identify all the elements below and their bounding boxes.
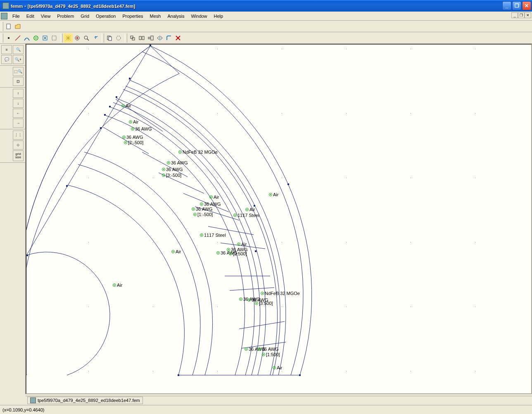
- circle-select-button[interactable]: [114, 33, 123, 43]
- scale-button[interactable]: [146, 33, 155, 43]
- document-tab[interactable]: tpe5f9970a_d479_4e25_8892_ed18deeb1e47.f…: [27, 397, 143, 404]
- block-label: Air: [133, 119, 138, 124]
- block-marker[interactable]: [167, 161, 170, 164]
- block-marker[interactable]: [171, 250, 175, 253]
- new-button[interactable]: [4, 22, 13, 31]
- group-tool-button[interactable]: [40, 33, 50, 43]
- menu-view[interactable]: View: [38, 13, 54, 19]
- block-marker[interactable]: [209, 195, 213, 199]
- status-bar: (x=0.1090,y=0.4640): [0, 405, 532, 414]
- view-results-button[interactable]: [82, 33, 91, 43]
- analyze-button[interactable]: [73, 33, 82, 43]
- pan-up-button[interactable]: ↑: [13, 89, 24, 98]
- block-marker[interactable]: [162, 168, 165, 171]
- block-label: Air: [117, 283, 122, 288]
- block-label: 1117 Steel: [204, 233, 226, 238]
- menu-edit[interactable]: Edit: [23, 13, 38, 19]
- menu-properties[interactable]: Properties: [119, 13, 146, 19]
- arc-tool-button[interactable]: [22, 33, 31, 43]
- minimize-button[interactable]: _: [502, 1, 511, 10]
- delete-button[interactable]: [173, 33, 183, 43]
- block-marker[interactable]: [200, 233, 203, 237]
- lua-button[interactable]: 💬: [1, 55, 12, 64]
- snap-grid-button[interactable]: ⊹: [13, 140, 24, 150]
- block-marker[interactable]: [192, 207, 195, 211]
- block-marker[interactable]: [269, 193, 272, 196]
- block-label: 36 AWG: [166, 167, 183, 172]
- block-marker[interactable]: [122, 136, 126, 139]
- block-marker[interactable]: [131, 127, 134, 131]
- block-marker[interactable]: [121, 104, 125, 107]
- block-marker[interactable]: [178, 150, 182, 154]
- zoom-extents-button[interactable]: ⊡: [13, 77, 24, 86]
- block-marker[interactable]: [229, 252, 232, 255]
- maximize-button[interactable]: ❐: [512, 1, 521, 10]
- menu-file[interactable]: File: [9, 13, 23, 19]
- block-label: 36 AWG: [171, 160, 188, 165]
- close-button[interactable]: ✕: [522, 1, 531, 10]
- block-marker[interactable]: [255, 302, 258, 305]
- block-marker[interactable]: [162, 174, 165, 177]
- svg-point-4: [36, 37, 37, 38]
- menu-grid[interactable]: Grid: [77, 13, 93, 19]
- block-marker[interactable]: [233, 214, 237, 217]
- select-tool-button[interactable]: [50, 33, 59, 43]
- svg-rect-47: [178, 374, 179, 376]
- block-marker[interactable]: [113, 283, 116, 287]
- pan-left-button[interactable]: ←: [13, 109, 24, 118]
- zoom-button[interactable]: 🔍: [13, 45, 24, 54]
- open-button[interactable]: [13, 22, 22, 31]
- block-marker[interactable]: [245, 347, 248, 351]
- mesh-button[interactable]: [64, 33, 73, 43]
- pan-right-button[interactable]: →: [13, 119, 24, 128]
- menu-operation[interactable]: Operation: [93, 13, 119, 19]
- block-marker[interactable]: [247, 298, 251, 302]
- block-marker[interactable]: [124, 141, 127, 144]
- svg-rect-39: [129, 78, 131, 79]
- window-title: femm - [tpe5f9970a_d479_4e25_8892_ed18de…: [11, 3, 502, 9]
- doc-tab-label: tpe5f9970a_d479_4e25_8892_ed18deeb1e47.f…: [38, 398, 140, 403]
- block-label-button[interactable]: [31, 33, 40, 43]
- block-marker[interactable]: [216, 251, 220, 255]
- grid-size-button[interactable]: grid size: [13, 150, 24, 161]
- zoom-window-button[interactable]: ⬚🔍: [13, 67, 24, 76]
- node-props-button[interactable]: ≡: [1, 45, 12, 54]
- block-marker[interactable]: [237, 243, 240, 246]
- block-label: 36 AWG: [262, 347, 279, 352]
- block-marker[interactable]: [239, 297, 242, 301]
- block-marker[interactable]: [258, 347, 261, 351]
- pan-down-button[interactable]: ↓: [13, 99, 24, 108]
- menu-mesh[interactable]: Mesh: [147, 13, 164, 19]
- mdi-restore-button[interactable]: ❐: [518, 12, 525, 18]
- zoom-in-button[interactable]: 🔍+: [13, 55, 24, 64]
- block-marker[interactable]: [273, 366, 276, 369]
- block-marker[interactable]: [200, 202, 203, 206]
- svg-rect-46: [299, 374, 301, 376]
- fillet-button[interactable]: [164, 33, 173, 43]
- svg-line-23: [26, 46, 150, 255]
- svg-rect-17: [142, 36, 144, 40]
- menu-problem[interactable]: Problem: [54, 13, 77, 19]
- copy-button[interactable]: [105, 33, 114, 43]
- mdi-close-button[interactable]: ✕: [525, 12, 531, 18]
- block-marker[interactable]: [193, 213, 197, 216]
- menu-analysis[interactable]: Analysis: [164, 13, 188, 19]
- status-coords: (x=0.1090,y=0.4640): [2, 407, 45, 412]
- line-tool-button[interactable]: [13, 33, 22, 43]
- menu-window[interactable]: Window: [188, 13, 210, 19]
- block-marker[interactable]: [129, 120, 132, 124]
- block-marker[interactable]: [245, 208, 249, 211]
- mirror-button[interactable]: [155, 33, 164, 43]
- svg-line-35: [230, 288, 274, 290]
- undo-button[interactable]: [93, 33, 102, 43]
- point-tool-button[interactable]: [4, 33, 13, 43]
- move-button[interactable]: [128, 33, 137, 43]
- show-grid-button[interactable]: ⋮⋮: [13, 131, 24, 140]
- mdi-minimize-button[interactable]: _: [511, 12, 518, 18]
- block-marker[interactable]: [262, 353, 265, 356]
- drawing-canvas[interactable]: // generated later AirAir36 AWG36 AWG[2:…: [26, 44, 532, 394]
- copy-transform-button[interactable]: [137, 33, 146, 43]
- block-marker[interactable]: [261, 292, 264, 295]
- menu-help[interactable]: Help: [211, 13, 227, 19]
- toolbar-standard: [0, 21, 532, 32]
